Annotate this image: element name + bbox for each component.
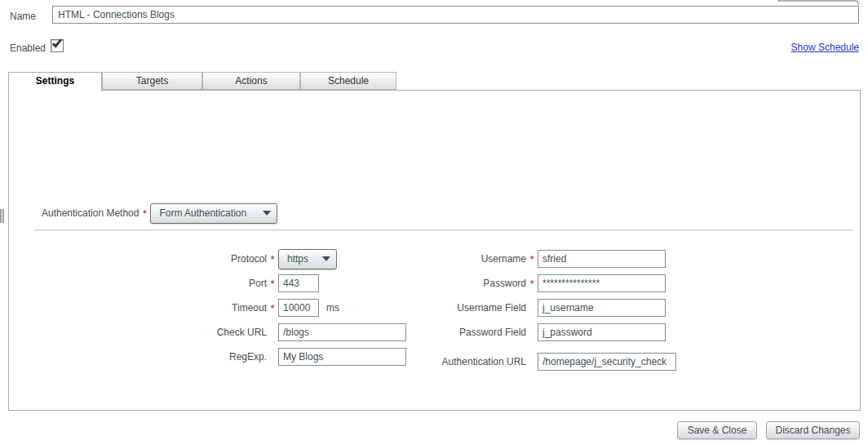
password-field-input[interactable] <box>538 323 666 341</box>
protocol-dropdown[interactable]: https <box>278 249 337 269</box>
password-field-label: Password Field <box>355 327 526 338</box>
auth-method-value: Form Authentication <box>151 207 255 219</box>
password-label: Password <box>355 278 526 289</box>
section-divider <box>33 229 853 231</box>
show-schedule-link[interactable]: Show Schedule <box>791 42 859 53</box>
save-close-button[interactable]: Save & Close <box>677 421 757 439</box>
username-field-input[interactable] <box>538 299 666 317</box>
clipped-panel-corner <box>777 0 859 5</box>
username-input[interactable] <box>538 250 666 268</box>
tab-schedule[interactable]: Schedule <box>300 72 396 90</box>
username-row: Username * <box>355 248 666 269</box>
name-label: Name <box>10 11 36 22</box>
timeout-input[interactable] <box>278 299 319 317</box>
auth-method-dropdown[interactable]: Form Authentication <box>150 203 277 224</box>
username-field-label: Username Field <box>355 302 526 314</box>
protocol-row: Protocol * https <box>40 248 337 269</box>
discard-changes-button[interactable]: Discard Changes <box>766 421 860 439</box>
timeout-row: Timeout * ms <box>40 297 339 318</box>
required-asterisk: * <box>526 278 538 290</box>
dropdown-arrow-box <box>257 204 277 223</box>
password-row: Password * <box>355 273 666 294</box>
check-url-label: Check URL <box>40 327 267 338</box>
username-label: Username <box>355 253 526 265</box>
checkmark-icon <box>52 37 62 47</box>
monitor-editor-page: Name Enabled Show Schedule Settings Targ… <box>0 0 868 445</box>
auth-url-row: Authentication URL <box>355 351 676 372</box>
chevron-down-icon <box>263 211 271 216</box>
settings-tab-panel: Authentication Method * Form Authenticat… <box>8 90 861 411</box>
timeout-unit-label: ms <box>326 302 339 314</box>
password-input[interactable] <box>538 274 666 292</box>
protocol-value: https <box>279 253 317 265</box>
timeout-label: Timeout <box>40 302 267 314</box>
password-field-row: Password Field <box>355 322 666 343</box>
regexp-label: RegExp. <box>40 351 267 363</box>
tab-actions[interactable]: Actions <box>202 72 300 90</box>
dropdown-arrow-box <box>317 250 336 269</box>
left-edge-grip[interactable] <box>0 209 4 223</box>
port-input[interactable] <box>278 274 319 292</box>
required-asterisk: * <box>267 253 278 265</box>
required-asterisk: * <box>267 278 278 290</box>
required-asterisk: * <box>139 207 150 220</box>
auth-url-label: Authentication URL <box>355 356 526 367</box>
enabled-label: Enabled <box>10 42 46 54</box>
chevron-down-icon <box>322 256 330 261</box>
protocol-label: Protocol <box>40 253 267 265</box>
name-input[interactable] <box>52 6 859 24</box>
regexp-row: RegExp. <box>40 346 406 367</box>
enabled-checkbox[interactable] <box>51 39 64 52</box>
tab-settings[interactable]: Settings <box>8 72 102 91</box>
auth-url-input[interactable] <box>538 353 676 371</box>
port-label: Port <box>40 278 267 289</box>
required-asterisk: * <box>267 302 278 314</box>
auth-method-label: Authentication Method <box>42 207 139 219</box>
auth-method-row: Authentication Method * Form Authenticat… <box>42 202 277 224</box>
required-asterisk: * <box>526 253 538 265</box>
username-field-row: Username Field <box>355 297 666 318</box>
check-url-row: Check URL <box>40 322 406 343</box>
tab-targets[interactable]: Targets <box>102 72 202 90</box>
port-row: Port * <box>40 273 319 294</box>
